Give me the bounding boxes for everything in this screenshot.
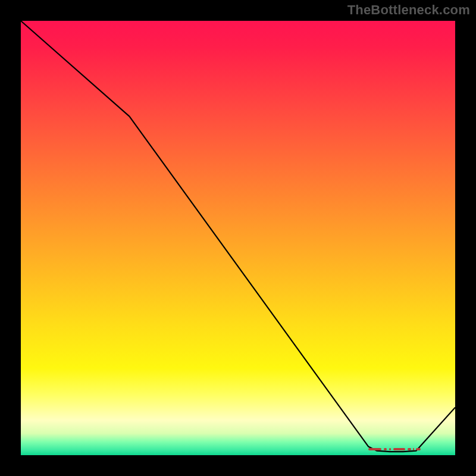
chart-frame: TheBottleneck.com [0,0,476,476]
watermark-text: TheBottleneck.com [347,2,470,18]
optimal-dash [393,448,405,450]
optimal-dash [416,448,420,450]
optimal-dash [368,448,381,450]
curve-path [21,21,455,452]
optimal-dash [408,448,411,450]
optimal-dash [389,448,391,450]
bottleneck-curve [21,21,455,455]
plot-area [21,21,455,455]
